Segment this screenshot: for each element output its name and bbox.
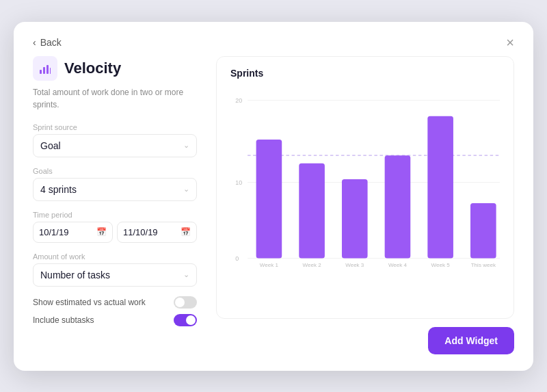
svg-rect-15	[342, 179, 368, 259]
svg-text:10: 10	[235, 179, 242, 186]
svg-rect-0	[40, 70, 42, 74]
goals-field: Goals 4 sprints ⌄	[33, 167, 197, 201]
goals-label: Goals	[33, 167, 197, 175]
goals-select[interactable]: 4 sprints ⌄	[33, 178, 197, 201]
svg-text:Week 2: Week 2	[303, 262, 322, 268]
goals-value: 4 sprints	[40, 184, 77, 195]
time-period-field: Time period 10/1/19 📅 11/10/19 📅	[33, 211, 197, 243]
amount-chevron-icon: ⌄	[183, 270, 189, 279]
calendar-from-icon: 📅	[96, 227, 107, 237]
svg-text:Week 3: Week 3	[345, 262, 364, 268]
chart-title: Sprints	[230, 68, 500, 79]
back-button[interactable]: ‹ Back	[33, 37, 62, 48]
svg-text:Week 5: Week 5	[431, 262, 451, 268]
svg-rect-3	[50, 68, 51, 74]
svg-text:20: 20	[235, 97, 242, 104]
velocity-icon	[38, 62, 52, 75]
goals-chevron-icon: ⌄	[183, 185, 189, 194]
back-chevron-icon: ‹	[33, 37, 36, 48]
sprint-source-chevron-icon: ⌄	[183, 141, 189, 150]
time-period-label: Time period	[33, 211, 197, 219]
svg-rect-1	[43, 67, 45, 74]
show-estimated-row: Show estimated vs actual work	[33, 296, 197, 309]
svg-rect-2	[46, 65, 49, 74]
subtitle: Total amount of work done in two or more…	[33, 86, 197, 111]
page-title: Velocity	[64, 60, 121, 77]
chart-svg: 20 10 0 Week 1	[230, 84, 500, 276]
modal-body: Velocity Total amount of work done in tw…	[14, 56, 533, 371]
date-from-value: 10/1/19	[39, 227, 68, 237]
svg-text:This week: This week	[471, 262, 496, 268]
svg-text:Week 1: Week 1	[260, 262, 279, 268]
sprint-source-select[interactable]: Goal ⌄	[33, 134, 197, 157]
calendar-to-icon: 📅	[181, 227, 191, 237]
back-label: Back	[40, 37, 62, 48]
sprint-source-value: Goal	[40, 140, 61, 151]
close-button[interactable]: ×	[506, 36, 514, 49]
svg-rect-11	[256, 139, 282, 258]
velocity-modal: ‹ Back × Velocity Total amount of work d…	[14, 22, 533, 371]
add-widget-button[interactable]: Add Widget	[428, 327, 514, 354]
amount-of-work-label: Amount of work	[33, 252, 197, 261]
date-from-input[interactable]: 10/1/19 📅	[33, 222, 113, 243]
amount-of-work-value: Number of tasks	[40, 270, 110, 280]
amount-of-work-select[interactable]: Number of tasks ⌄	[33, 263, 197, 287]
right-panel: Sprints 20 10 0	[216, 56, 514, 354]
svg-text:0: 0	[235, 255, 239, 262]
title-row: Velocity	[33, 56, 197, 81]
svg-rect-17	[385, 155, 411, 258]
sprint-source-label: Sprint source	[33, 123, 197, 131]
date-to-input[interactable]: 11/10/19 📅	[117, 222, 197, 243]
show-estimated-toggle[interactable]	[174, 296, 197, 309]
amount-of-work-field: Amount of work Number of tasks ⌄	[33, 252, 197, 287]
chart-container: Sprints 20 10 0	[216, 56, 514, 319]
svg-text:Week 4: Week 4	[388, 262, 408, 268]
chart-area: 20 10 0 Week 1	[230, 84, 500, 276]
include-subtasks-row: Include subtasks	[33, 314, 197, 326]
date-row: 10/1/19 📅 11/10/19 📅	[33, 222, 197, 243]
add-widget-row: Add Widget	[216, 327, 514, 354]
include-subtasks-label: Include subtasks	[33, 315, 94, 325]
modal-header: ‹ Back ×	[14, 22, 533, 56]
date-to-value: 11/10/19	[123, 227, 158, 237]
velocity-icon-container	[33, 56, 57, 81]
left-panel: Velocity Total amount of work done in tw…	[33, 56, 197, 354]
svg-rect-19	[427, 116, 453, 258]
include-subtasks-toggle[interactable]	[174, 314, 197, 326]
svg-rect-21	[470, 203, 496, 259]
show-estimated-label: Show estimated vs actual work	[33, 298, 146, 307]
sprint-source-field: Sprint source Goal ⌄	[33, 123, 197, 157]
svg-rect-13	[299, 163, 325, 258]
